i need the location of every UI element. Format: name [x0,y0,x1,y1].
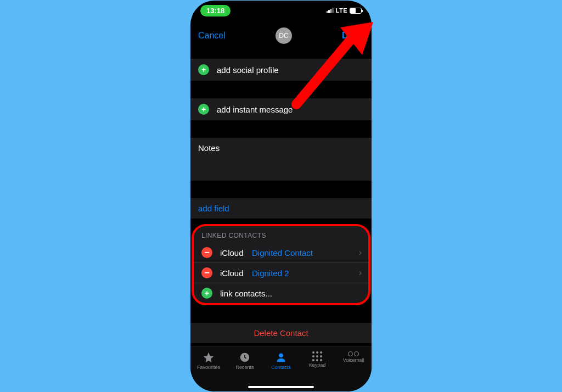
delete-label: Delete Contact [254,328,308,338]
network-label: LTE [336,7,347,14]
contact-avatar[interactable]: DC [276,27,292,44]
delete-contact-row[interactable]: Delete Contact [190,323,372,343]
linked-contact-row[interactable]: − iCloud Dignited Contact › [194,243,368,263]
done-button[interactable]: Done [342,31,364,41]
linked-source: iCloud [220,268,245,278]
tab-bar: Favourites Recents Contacts Keypad Voice… [190,346,372,391]
signal-icon [327,8,334,13]
battery-icon [350,8,362,14]
tab-label: Favourites [197,365,220,370]
plus-icon: + [201,288,212,299]
home-indicator[interactable] [248,386,314,388]
row-label: add field [198,204,229,213]
tab-voicemail[interactable]: Voicemail [337,351,370,363]
tab-recents[interactable]: Recents [228,351,261,370]
add-social-profile-row[interactable]: + add social profile [190,59,372,81]
tab-label: Recents [235,365,254,370]
add-field-row[interactable]: add field [190,198,372,219]
add-instant-message-row[interactable]: + add instant message [190,98,372,120]
row-label: add instant message [217,105,293,114]
linked-contacts-header: LINKED CONTACTS [194,226,368,243]
phone-frame: 13:18 LTE Cancel DC Done + add social pr… [190,1,372,391]
notes-label: Notes [198,143,220,153]
linked-source: iCloud [220,248,245,257]
row-label: add social profile [217,65,279,75]
clock-icon [239,351,251,363]
person-icon [275,351,287,363]
linked-contact-row[interactable]: − iCloud Dignited 2 › [194,263,368,283]
tab-label: Keypad [309,362,326,368]
row-label: link contacts... [220,289,272,298]
plus-icon: + [198,104,209,115]
tab-contacts[interactable]: Contacts [265,351,297,370]
chevron-right-icon: › [359,268,362,278]
notes-field[interactable]: Notes [190,138,372,181]
keypad-icon [312,351,322,361]
status-bar: 13:18 LTE [190,1,372,20]
linked-contacts-section: LINKED CONTACTS − iCloud Dignited Contac… [192,224,370,305]
link-more-contacts-row[interactable]: + link contacts... [194,283,368,303]
tab-keypad[interactable]: Keypad [301,351,334,368]
cancel-button[interactable]: Cancel [198,31,226,41]
star-icon [203,351,215,363]
tab-favourites[interactable]: Favourites [192,351,225,370]
tab-label: Voicemail [343,357,364,363]
linked-name: Dignited Contact [252,248,359,257]
minus-icon[interactable]: − [201,247,212,258]
linked-name: Dignited 2 [252,268,359,278]
content-area: + add social profile + add instant messa… [190,51,372,343]
tab-label: Contacts [271,365,291,370]
chevron-right-icon: › [359,248,362,257]
voicemail-icon [348,351,359,356]
status-right: LTE [327,7,362,14]
edit-contact-header: Cancel DC Done [190,20,372,51]
plus-icon: + [198,64,209,75]
svg-point-1 [279,353,283,357]
status-time-active-pill[interactable]: 13:18 [200,5,231,16]
minus-icon[interactable]: − [201,267,212,278]
